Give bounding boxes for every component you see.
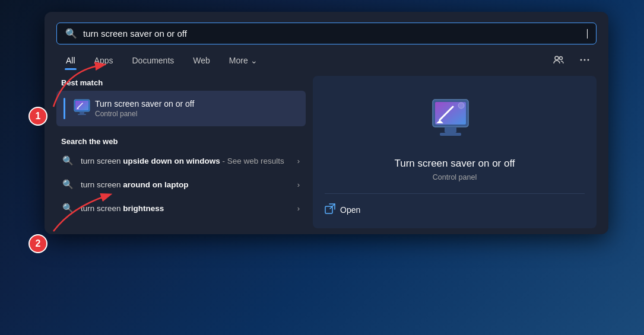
web-arrow-1: › — [297, 157, 300, 165]
people-icon[interactable] — [549, 53, 568, 70]
tab-web[interactable]: Web — [183, 53, 220, 70]
annotation-2: 2 — [28, 234, 47, 253]
annotation-1: 1 — [28, 107, 47, 126]
text-cursor — [587, 29, 588, 39]
chevron-down-icon: ⌄ — [250, 56, 258, 65]
web-section-label: Search the web — [56, 135, 306, 149]
control-panel-icon — [71, 97, 95, 120]
open-button[interactable]: Open — [325, 203, 360, 216]
tab-more[interactable]: More ⌄ — [220, 53, 267, 70]
right-panel-app-icon — [428, 94, 481, 147]
svg-point-4 — [580, 59, 582, 61]
svg-rect-16 — [445, 127, 456, 133]
best-match-title: Turn screen saver on or off — [95, 99, 194, 109]
tab-icons — [549, 53, 594, 70]
best-match-subtitle: Control panel — [95, 110, 194, 118]
svg-point-5 — [584, 59, 586, 61]
blue-accent-bar — [64, 98, 65, 119]
open-label[interactable]: Open — [340, 205, 360, 215]
svg-point-20 — [458, 103, 464, 109]
right-panel-title: Turn screen saver on or off — [394, 158, 515, 170]
tab-all[interactable]: All — [56, 53, 85, 70]
svg-point-6 — [588, 59, 589, 61]
svg-rect-11 — [78, 114, 86, 115]
web-result-text-2: turn screen around on laptop — [81, 180, 297, 189]
web-result-text-3: turn screen brightness — [81, 204, 297, 213]
svg-rect-10 — [80, 111, 84, 114]
best-match-text: Turn screen saver on or off Control pane… — [95, 99, 194, 118]
search-overlay: 🔍 turn screen saver on or off All Apps D… — [45, 12, 608, 234]
right-panel-subtitle: Control panel — [433, 173, 477, 181]
svg-point-2 — [555, 56, 559, 60]
web-result-item-1[interactable]: 🔍 turn screen upside down on windows - S… — [56, 149, 306, 172]
web-result-item-3[interactable]: 🔍 turn screen brightness › — [56, 197, 306, 219]
web-search-icon-3: 🔍 — [62, 203, 74, 213]
web-arrow-3: › — [297, 204, 300, 213]
web-search-icon-1: 🔍 — [62, 155, 74, 166]
best-match-label: Best match — [56, 76, 306, 91]
svg-point-3 — [560, 57, 563, 60]
main-content: Best match — [56, 76, 597, 228]
tab-documents[interactable]: Documents — [122, 53, 183, 70]
search-text[interactable]: turn screen saver on or off — [83, 28, 586, 39]
open-external-icon — [325, 203, 335, 216]
desktop: 1 2 🔍 turn screen saver on or off — [0, 0, 644, 335]
svg-rect-17 — [440, 133, 461, 136]
left-panel: Best match — [56, 76, 306, 228]
web-arrow-2: › — [297, 180, 300, 189]
web-search-icon-2: 🔍 — [62, 179, 74, 190]
tabs-row: All Apps Documents Web More ⌄ — [56, 53, 597, 70]
search-bar[interactable]: 🔍 turn screen saver on or off — [56, 23, 597, 44]
right-panel: Turn screen saver on or off Control pane… — [313, 76, 597, 228]
web-result-item-2[interactable]: 🔍 turn screen around on laptop › — [56, 173, 306, 196]
best-match-item[interactable]: Turn screen saver on or off Control pane… — [56, 91, 306, 126]
right-panel-divider — [325, 193, 585, 194]
ellipsis-icon[interactable] — [575, 53, 594, 70]
search-icon: 🔍 — [65, 28, 77, 39]
tab-apps[interactable]: Apps — [85, 53, 123, 70]
web-result-text-1: turn screen upside down on windows - See… — [81, 157, 297, 165]
